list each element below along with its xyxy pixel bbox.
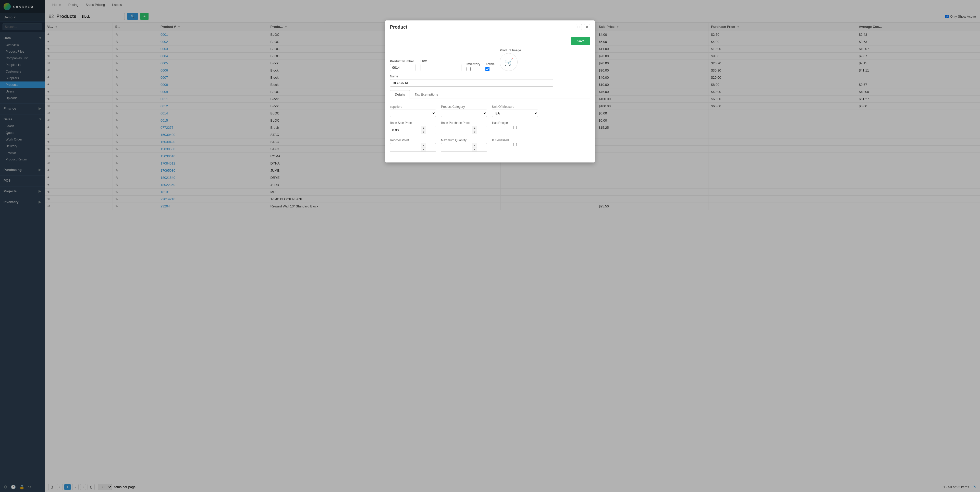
active-label: Active xyxy=(485,62,495,66)
inventory-checkbox[interactable] xyxy=(466,67,471,71)
modal-close-btn[interactable]: ✕ xyxy=(584,24,590,30)
inventory-label: Inventory xyxy=(466,62,480,66)
maximum-quantity-down[interactable]: ▼ xyxy=(472,147,477,152)
modal-tab-details[interactable]: Details xyxy=(390,90,410,99)
base-purchase-price-input-wrapper: ▲ ▼ xyxy=(441,126,487,134)
is-serialized-checkbox[interactable] xyxy=(492,143,538,146)
base-sale-price-up[interactable]: ▲ xyxy=(421,126,426,130)
product-image-group: Product Image 🛒 xyxy=(500,48,521,71)
base-purchase-price-input[interactable] xyxy=(441,127,472,133)
base-purchase-price-down[interactable]: ▼ xyxy=(472,130,477,134)
reorder-point-input-wrapper: ▲ ▼ xyxy=(390,143,436,152)
maximum-quantity-spin: ▲ ▼ xyxy=(472,143,477,152)
modal-name-row: Name xyxy=(390,75,590,86)
modal-controls: □ ✕ xyxy=(576,24,590,30)
maximum-quantity-input-wrapper: ▲ ▼ xyxy=(441,143,487,152)
product-number-label: Product Number xyxy=(390,59,415,63)
is-serialized-label: Is Serialized xyxy=(492,139,538,142)
modal-body: Save Product Number UPC Inventory Active xyxy=(385,33,595,163)
base-purchase-price-group: Base Purchase Price ▲ ▼ xyxy=(441,121,487,134)
suppliers-select[interactable] xyxy=(390,110,436,117)
product-category-label: Product Category xyxy=(441,105,487,109)
reorder-point-spin: ▲ ▼ xyxy=(421,143,426,152)
name-input[interactable] xyxy=(390,79,553,86)
has-recipe-label: Has Recipe xyxy=(492,121,538,125)
modal-maximize-btn[interactable]: □ xyxy=(576,24,582,30)
active-group: Active xyxy=(485,62,495,71)
upc-group: UPC xyxy=(421,59,461,71)
product-modal: Product □ ✕ Save Product Number UPC xyxy=(385,21,595,163)
details-row-1: suppliers Product Category Unit Of Measu… xyxy=(390,105,590,117)
base-sale-price-group: Base Sale Price ▲ ▼ xyxy=(390,121,436,134)
modal-tab-tax-exemptions[interactable]: Tax Exemptions xyxy=(410,90,443,99)
unit-of-measure-group: Unit Of Measure EA xyxy=(492,105,538,117)
modal-overlay: Product □ ✕ Save Product Number UPC xyxy=(0,0,980,492)
reorder-point-group: Reorder Point ▲ ▼ xyxy=(390,139,436,152)
product-category-group: Product Category xyxy=(441,105,487,117)
reorder-point-input[interactable] xyxy=(390,144,421,151)
maximum-quantity-label: Maximum Quantity xyxy=(441,139,487,142)
unit-of-measure-label: Unit Of Measure xyxy=(492,105,538,109)
upc-input[interactable] xyxy=(421,64,461,71)
product-number-group: Product Number xyxy=(390,59,415,71)
details-row-2: Base Sale Price ▲ ▼ Base Purchase Price xyxy=(390,121,590,134)
product-image-placeholder: 🛒 xyxy=(500,53,517,71)
modal-form-top-row: Product Number UPC Inventory Active Prod… xyxy=(390,48,590,71)
unit-of-measure-select[interactable]: EA xyxy=(492,110,538,117)
details-row-3: Reorder Point ▲ ▼ Maximum Quantity xyxy=(390,139,590,152)
modal-header: Product □ ✕ xyxy=(385,21,595,33)
product-image-label: Product Image xyxy=(500,48,521,52)
reorder-point-down[interactable]: ▼ xyxy=(421,147,426,152)
reorder-point-label: Reorder Point xyxy=(390,139,436,142)
base-sale-price-spin: ▲ ▼ xyxy=(421,126,426,134)
base-sale-price-down[interactable]: ▼ xyxy=(421,130,426,134)
is-serialized-group: Is Serialized xyxy=(492,139,538,152)
product-category-select[interactable] xyxy=(441,110,487,117)
base-purchase-price-up[interactable]: ▲ xyxy=(472,126,477,130)
base-purchase-price-label: Base Purchase Price xyxy=(441,121,487,125)
base-sale-price-label: Base Sale Price xyxy=(390,121,436,125)
suppliers-label: suppliers xyxy=(390,105,436,109)
modal-save-row: Save xyxy=(390,37,590,45)
reorder-point-up[interactable]: ▲ xyxy=(421,143,426,147)
maximum-quantity-up[interactable]: ▲ xyxy=(472,143,477,147)
name-label: Name xyxy=(390,75,590,78)
modal-save-button[interactable]: Save xyxy=(571,37,590,45)
suppliers-group: suppliers xyxy=(390,105,436,117)
maximum-quantity-group: Maximum Quantity ▲ ▼ xyxy=(441,139,487,152)
modal-title: Product xyxy=(390,24,407,30)
active-checkbox[interactable] xyxy=(485,67,490,71)
base-sale-price-input-wrapper: ▲ ▼ xyxy=(390,126,436,134)
has-recipe-group: Has Recipe xyxy=(492,121,538,134)
maximum-quantity-input[interactable] xyxy=(441,144,472,151)
modal-tabs: Details Tax Exemptions xyxy=(390,90,590,99)
inventory-group: Inventory xyxy=(466,62,480,71)
upc-label: UPC xyxy=(421,59,461,63)
has-recipe-checkbox[interactable] xyxy=(492,126,538,129)
base-sale-price-input[interactable] xyxy=(390,127,421,133)
base-purchase-price-spin: ▲ ▼ xyxy=(472,126,477,134)
product-number-input[interactable] xyxy=(390,64,415,71)
modal-details-form: suppliers Product Category Unit Of Measu… xyxy=(390,102,590,158)
